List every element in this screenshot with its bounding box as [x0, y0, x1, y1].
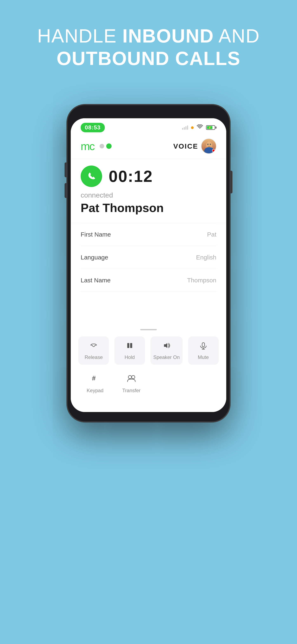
keypad-icon: # [90, 374, 100, 385]
status-icons: ⚡ [182, 124, 216, 131]
headline-outbound: OUTBOUND CALLS [56, 48, 241, 69]
rec-indicator [212, 149, 215, 152]
field-label-lastname: Last Name [81, 277, 111, 284]
call-top-row: 00:12 [81, 166, 216, 187]
svg-rect-5 [127, 343, 129, 348]
field-value-lastname: Thompson [187, 277, 216, 284]
phone-screen: 08:53 [71, 118, 226, 412]
svg-text:#: # [92, 374, 96, 382]
voice-section: VOICE [173, 138, 216, 154]
app-logo: mc [81, 140, 112, 152]
call-section: 00:12 connected Pat Thompson [71, 159, 226, 223]
release-icon [89, 341, 98, 352]
info-fields: First Name Pat Language English Last Nam… [71, 223, 226, 325]
orange-dot [191, 126, 194, 129]
hold-icon [125, 341, 134, 352]
keypad-label: Keypad [87, 388, 103, 394]
status-bar: 08:53 [71, 118, 226, 135]
field-label-language: Language [81, 254, 108, 261]
headline-inbound: INBOUND [122, 26, 214, 46]
headline: HANDLE INBOUND AND OUTBOUND CALLS [21, 25, 276, 70]
scroll-handle [71, 325, 226, 333]
mute-icon [199, 341, 208, 352]
release-button[interactable]: Release [78, 336, 109, 365]
avatar [201, 138, 216, 154]
speaker-button[interactable]: Speaker On [150, 336, 183, 365]
field-value-language: English [196, 254, 216, 261]
connection-status-dots [100, 144, 112, 149]
speaker-icon [162, 341, 171, 352]
battery-icon: ⚡ [206, 125, 216, 130]
headline-handle: HANDLE [37, 26, 122, 46]
field-row-lastname: Last Name Thompson [81, 269, 216, 292]
svg-point-3 [210, 144, 211, 145]
phone-shell: 08:53 [67, 105, 230, 422]
svg-point-12 [132, 376, 135, 379]
hold-label: Hold [125, 354, 135, 360]
call-icon-circle [81, 166, 102, 187]
mute-label: Mute [198, 354, 209, 360]
svg-point-11 [128, 376, 132, 379]
transfer-button[interactable]: Transfer [117, 370, 146, 398]
field-value-firstname: Pat [207, 231, 216, 238]
field-label-firstname: First Name [81, 231, 111, 238]
call-status: connected [81, 191, 216, 199]
headline-and: AND [214, 26, 260, 46]
field-row-firstname: First Name Pat [81, 223, 216, 246]
phone-notch [128, 109, 169, 117]
dot-green [106, 144, 112, 149]
svg-point-1 [206, 142, 212, 148]
release-label: Release [85, 354, 103, 360]
phone-device-wrapper: 08:53 [67, 105, 230, 422]
action-row-1: Release Hold [71, 333, 226, 368]
mute-button[interactable]: Mute [188, 336, 219, 365]
voice-label: VOICE [173, 142, 198, 150]
transfer-icon [127, 374, 136, 385]
app-header: mc VOICE [71, 135, 226, 159]
field-row-language: Language English [81, 246, 216, 269]
dot-gray [100, 144, 104, 148]
status-time: 08:53 [81, 123, 105, 132]
keypad-button[interactable]: # Keypad [81, 370, 109, 398]
wifi-icon [197, 124, 203, 131]
svg-point-2 [207, 144, 209, 145]
signal-icon [182, 126, 188, 130]
speaker-label: Speaker On [153, 354, 180, 360]
svg-rect-6 [130, 343, 132, 348]
call-name: Pat Thompson [81, 201, 216, 215]
transfer-label: Transfer [122, 388, 140, 394]
svg-rect-7 [202, 343, 205, 347]
logo-text: mc [81, 140, 94, 152]
phone-icon [86, 171, 97, 182]
call-timer: 00:12 [109, 167, 153, 186]
hold-button[interactable]: Hold [114, 336, 145, 365]
action-row-2: # Keypad [71, 368, 226, 412]
